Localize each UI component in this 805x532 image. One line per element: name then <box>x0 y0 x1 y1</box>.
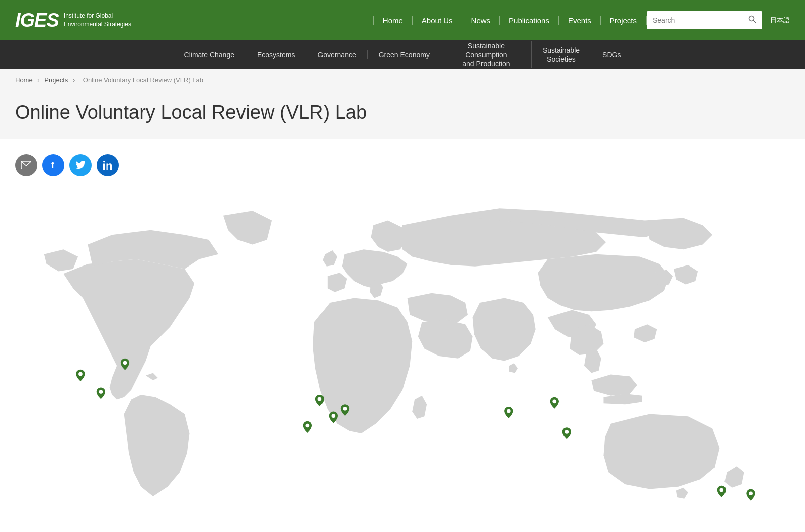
breadcrumb-home[interactable]: Home <box>15 76 33 84</box>
svg-text:f: f <box>51 160 55 170</box>
world-map <box>15 187 790 532</box>
logo-acronym: IGES <box>15 10 59 31</box>
svg-point-16 <box>565 430 569 434</box>
nav-home[interactable]: Home <box>373 16 413 25</box>
content-area: f <box>0 139 805 532</box>
search-box[interactable] <box>647 11 762 29</box>
breadcrumb-projects[interactable]: Projects <box>44 76 68 84</box>
breadcrumb-current: Online Voluntary Local Review (VLR) Lab <box>83 76 203 84</box>
svg-point-8 <box>99 390 103 394</box>
svg-point-14 <box>507 409 511 413</box>
language-button[interactable]: 日本語 <box>770 16 790 25</box>
breadcrumb: Home › Projects › Online Voluntary Local… <box>0 69 805 91</box>
page-title-area: Online Voluntary Local Review (VLR) Lab <box>0 91 805 139</box>
nav-events[interactable]: Events <box>559 16 601 25</box>
svg-point-11 <box>332 414 336 418</box>
search-button[interactable] <box>748 15 756 25</box>
page-title: Online Voluntary Local Review (VLR) Lab <box>15 101 790 124</box>
svg-point-9 <box>123 361 127 365</box>
logo-area[interactable]: IGES Institute for Global Environmental … <box>15 10 131 31</box>
sub-nav: Climate Change Ecosystems Governance Gre… <box>0 40 805 69</box>
subnav-ecosystems[interactable]: Ecosystems <box>246 50 306 59</box>
subnav-climate-change[interactable]: Climate Change <box>173 50 246 59</box>
svg-point-15 <box>552 399 556 403</box>
main-nav: Home About Us News Publications Events P… <box>373 11 790 29</box>
nav-about-us[interactable]: About Us <box>413 16 462 25</box>
nav-projects[interactable]: Projects <box>601 16 647 25</box>
svg-point-17 <box>719 488 723 492</box>
svg-point-7 <box>78 372 83 376</box>
subnav-sustainable-consumption[interactable]: Sustainable Consumptionand Production <box>441 41 532 69</box>
svg-point-12 <box>343 407 347 411</box>
breadcrumb-separator-2: › <box>73 76 75 84</box>
subnav-sustainable-societies[interactable]: SustainableSocieties <box>532 46 591 64</box>
world-map-container <box>15 187 790 532</box>
linkedin-share-button[interactable] <box>97 154 119 176</box>
logo-text: Institute for Global Environmental Strat… <box>64 12 131 29</box>
twitter-share-button[interactable] <box>69 154 92 176</box>
svg-line-1 <box>754 21 756 23</box>
site-header: IGES Institute for Global Environmental … <box>0 0 805 40</box>
facebook-share-button[interactable]: f <box>42 154 64 176</box>
subnav-governance[interactable]: Governance <box>306 50 367 59</box>
svg-point-13 <box>306 423 310 427</box>
svg-point-5 <box>103 161 105 163</box>
email-share-button[interactable] <box>15 154 37 176</box>
search-input[interactable] <box>653 16 748 24</box>
svg-rect-4 <box>103 163 105 170</box>
social-icons: f <box>15 154 790 176</box>
nav-news[interactable]: News <box>462 16 500 25</box>
svg-point-10 <box>318 397 322 401</box>
nav-publications[interactable]: Publications <box>500 16 559 25</box>
svg-point-18 <box>749 491 753 495</box>
subnav-sdgs[interactable]: SDGs <box>591 50 632 59</box>
subnav-green-economy[interactable]: Green Economy <box>368 50 441 59</box>
breadcrumb-separator-1: › <box>37 76 39 84</box>
